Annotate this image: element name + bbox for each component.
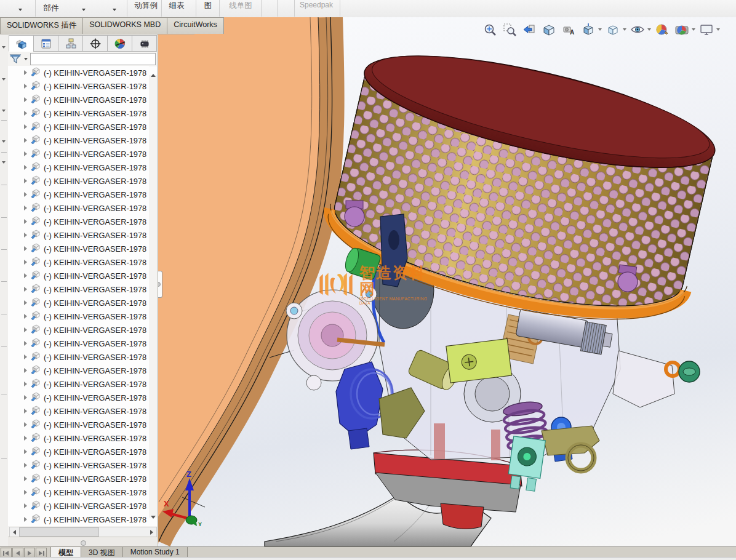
edit-appearance-icon[interactable] <box>654 22 670 38</box>
tree-item[interactable]: (-) KEIHIN-VERGASER-1978 <box>8 215 149 228</box>
tree-filter-input[interactable] <box>30 53 156 65</box>
expand-arrow-icon[interactable] <box>24 165 27 170</box>
tree-item[interactable]: (-) KEIHIN-VERGASER-1978 <box>8 147 149 161</box>
expand-arrow-icon[interactable] <box>24 436 27 441</box>
expand-arrow-icon[interactable] <box>24 111 27 116</box>
tree-item[interactable]: (-) KEIHIN-VERGASER-1978 <box>8 337 149 350</box>
tab-configurationmanager[interactable] <box>58 35 83 52</box>
ribbon-dropdown-caret[interactable] <box>18 9 22 11</box>
expand-arrow-icon[interactable] <box>24 314 27 319</box>
expand-arrow-icon[interactable] <box>24 354 27 359</box>
tree-item[interactable]: (-) KEIHIN-VERGASER-1978 <box>8 269 149 282</box>
view-orientation-icon[interactable] <box>580 22 596 38</box>
expand-arrow-icon[interactable] <box>24 368 27 373</box>
tree-item[interactable]: (-) KEIHIN-VERGASER-1978 <box>8 66 149 79</box>
expand-arrow-icon[interactable] <box>24 219 27 224</box>
tab-circuitworks[interactable]: CircuitWorks <box>167 17 224 34</box>
panel-bottom-splitter[interactable] <box>8 537 157 547</box>
hscroll-thumb[interactable] <box>19 527 99 537</box>
ribbon-button-bom[interactable]: 细表 <box>164 1 190 11</box>
view-settings-icon[interactable] <box>698 22 714 38</box>
tree-item[interactable]: (-) KEIHIN-VERGASER-1978 <box>8 418 149 431</box>
tree-scroll-up-arrow[interactable] <box>149 66 157 75</box>
tab-3d-views[interactable]: 3D 视图 <box>81 547 123 558</box>
tree-item[interactable]: (-) KEIHIN-VERGASER-1978 <box>8 93 149 106</box>
tree-item[interactable]: (-) KEIHIN-VERGASER-1978 <box>8 391 149 404</box>
expand-arrow-icon[interactable] <box>24 409 27 414</box>
graphics-viewport[interactable]: A <box>158 17 736 546</box>
expand-arrow-icon[interactable] <box>24 233 27 238</box>
tab-featuremanager-tree[interactable] <box>9 35 34 52</box>
expand-arrow-icon[interactable] <box>24 517 27 522</box>
expand-arrow-icon[interactable] <box>24 70 27 75</box>
hide-show-items-icon[interactable] <box>630 22 646 38</box>
hide-show-items-caret[interactable] <box>647 28 651 31</box>
tree-item[interactable]: (-) KEIHIN-VERGASER-1978 <box>8 323 149 337</box>
display-style-caret[interactable] <box>623 28 626 31</box>
filter-dropdown-caret[interactable] <box>24 58 28 60</box>
ribbon-dropdown-caret[interactable] <box>113 9 116 11</box>
tree-item[interactable]: (-) KEIHIN-VERGASER-1978 <box>8 458 149 472</box>
expand-arrow-icon[interactable] <box>24 490 27 495</box>
ribbon-button-view[interactable]: 图 <box>201 1 215 11</box>
tree-item[interactable]: (-) KEIHIN-VERGASER-1978 <box>8 255 149 269</box>
zoom-to-fit-icon[interactable] <box>482 22 498 38</box>
expand-arrow-icon[interactable] <box>24 503 27 508</box>
tree-horizontal-scrollbar[interactable] <box>9 527 157 537</box>
tree-item[interactable]: (-) KEIHIN-VERGASER-1978 <box>8 486 149 499</box>
tab-dimxpertmanager[interactable] <box>82 35 108 52</box>
zoom-to-area-icon[interactable] <box>502 22 518 38</box>
tree-item[interactable]: (-) KEIHIN-VERGASER-1978 <box>8 106 149 120</box>
tree-item[interactable]: (-) KEIHIN-VERGASER-1978 <box>8 513 149 526</box>
filter-funnel-icon[interactable] <box>9 54 23 65</box>
tree-item[interactable]: (-) KEIHIN-VERGASER-1978 <box>8 282 149 296</box>
tab-motion-study-1[interactable]: Motion Study 1 <box>122 547 188 558</box>
ribbon-button-insert-components[interactable]: 部件 <box>36 3 66 14</box>
annotation-view-icon[interactable]: A <box>561 22 577 38</box>
previous-view-icon[interactable] <box>521 22 537 38</box>
tree-item[interactable]: (-) KEIHIN-VERGASER-1978 <box>8 364 149 377</box>
ribbon-dropdown-caret[interactable] <box>82 9 86 11</box>
tab-model[interactable]: 模型 <box>50 547 81 558</box>
tree-item[interactable]: (-) KEIHIN-VERGASER-1978 <box>8 134 149 147</box>
display-style-icon[interactable] <box>605 22 621 38</box>
expand-arrow-icon[interactable] <box>24 178 27 183</box>
tree-item[interactable]: (-) KEIHIN-VERGASER-1978 <box>8 161 149 174</box>
expand-arrow-icon[interactable] <box>24 97 27 102</box>
view-orientation-caret[interactable] <box>598 28 602 31</box>
expand-arrow-icon[interactable] <box>24 382 27 386</box>
tree-item[interactable]: (-) KEIHIN-VERGASER-1978 <box>8 79 149 93</box>
tree-item[interactable]: (-) KEIHIN-VERGASER-1978 <box>8 404 149 418</box>
tree-item[interactable]: (-) KEIHIN-VERGASER-1978 <box>8 174 149 188</box>
tree-item[interactable]: (-) KEIHIN-VERGASER-1978 <box>8 350 149 364</box>
tree-item[interactable]: (-) KEIHIN-VERGASER-1978 <box>8 431 149 445</box>
tab-propertymanager[interactable] <box>33 35 58 52</box>
expand-arrow-icon[interactable] <box>24 192 27 197</box>
expand-arrow-icon[interactable] <box>24 260 27 265</box>
hscroll-right-arrow[interactable] <box>147 528 156 536</box>
tab-solidworks-addins[interactable]: SOLIDWORKS 插件 <box>0 17 83 34</box>
expand-arrow-icon[interactable] <box>24 84 27 89</box>
tree-item[interactable]: (-) KEIHIN-VERGASER-1978 <box>8 472 149 486</box>
tree-item[interactable]: (-) KEIHIN-VERGASER-1978 <box>8 188 149 201</box>
tab-addins-chip[interactable] <box>132 35 157 52</box>
expand-arrow-icon[interactable] <box>24 273 27 278</box>
tab-solidworks-mbd[interactable]: SOLIDWORKS MBD <box>82 17 167 34</box>
expand-arrow-icon[interactable] <box>24 449 27 454</box>
tree-item[interactable]: (-) KEIHIN-VERGASER-1978 <box>8 445 149 458</box>
tree-item[interactable]: (-) KEIHIN-VERGASER-1978 <box>8 377 149 391</box>
expand-arrow-icon[interactable] <box>24 300 27 305</box>
expand-arrow-icon[interactable] <box>24 287 27 292</box>
tree-item[interactable]: (-) KEIHIN-VERGASER-1978 <box>8 499 149 513</box>
hscroll-left-arrow[interactable] <box>10 528 19 536</box>
ribbon-button-motion-study[interactable]: 动算例 <box>129 1 162 11</box>
expand-arrow-icon[interactable] <box>24 151 27 156</box>
expand-arrow-icon[interactable] <box>24 476 27 481</box>
tree-item[interactable]: (-) KEIHIN-VERGASER-1978 <box>8 296 149 310</box>
tab-displaymanager[interactable] <box>107 35 132 52</box>
expand-arrow-icon[interactable] <box>24 463 27 468</box>
tree-item[interactable]: (-) KEIHIN-VERGASER-1978 <box>8 228 149 242</box>
featuremanager-splitter-handle[interactable] <box>158 271 162 298</box>
tree-item[interactable]: (-) KEIHIN-VERGASER-1978 <box>8 120 149 134</box>
view-settings-caret[interactable] <box>716 28 720 31</box>
